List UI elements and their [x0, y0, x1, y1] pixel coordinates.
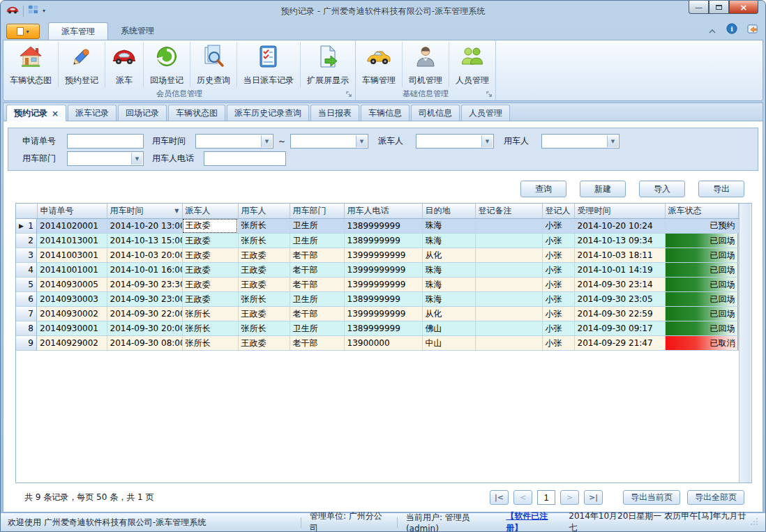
cell-remark[interactable] [475, 292, 542, 307]
about-icon[interactable] [747, 24, 759, 37]
cell-destination[interactable]: 珠海 [422, 292, 475, 307]
cell-dispatcher[interactable]: 王政委 [182, 263, 238, 278]
cell-order-no[interactable]: 20141003001 [37, 248, 107, 263]
cell-dept[interactable]: 卫生所 [290, 321, 344, 336]
cell-registrar[interactable]: 小张 [542, 321, 574, 336]
cell-use-time[interactable]: 2014-10-03 20:00 [107, 248, 182, 263]
cell-phone[interactable]: 1389999999 [344, 292, 422, 307]
resize-grip-icon[interactable] [750, 517, 758, 528]
cell-accept-time[interactable]: 2014-09-30 09:17 [574, 321, 665, 336]
doc-tab-daily-report[interactable]: 当日报表 [310, 105, 359, 121]
cell-user[interactable]: 王政委 [238, 336, 290, 351]
use-time-to-combo[interactable]: ▼ [290, 134, 368, 149]
cell-dispatcher[interactable]: 王政委 [182, 234, 238, 248]
personnel-management-button[interactable]: 人员管理 [449, 42, 495, 87]
cell-dept[interactable]: 卫生所 [290, 292, 344, 307]
cell-user[interactable]: 王政委 [238, 248, 290, 263]
cell-remark[interactable] [475, 218, 542, 234]
col-remark[interactable]: 登记备注 [475, 204, 542, 218]
sort-desc-icon[interactable]: ▼ [174, 208, 179, 214]
cell-destination[interactable]: 从化 [422, 248, 475, 263]
doc-tab-vehicle-info[interactable]: 车辆信息 [361, 105, 410, 121]
cell-order-no[interactable]: 20141001001 [37, 263, 107, 278]
col-user[interactable]: 用车人 [238, 204, 290, 218]
cell-accept-time[interactable]: 2014-09-30 23:05 [574, 292, 665, 307]
cell-user[interactable]: 张所长 [238, 292, 290, 307]
cell-destination[interactable]: 从化 [422, 307, 475, 321]
export-current-page-button[interactable]: 导出当前页 [623, 490, 680, 505]
col-phone[interactable]: 用车人电话 [344, 204, 422, 218]
cell-accept-time[interactable]: 2014-10-20 10:24 [574, 218, 665, 234]
doc-tab-reservation-records[interactable]: 预约记录 × [6, 105, 66, 121]
dialog-launcher-icon[interactable] [485, 90, 493, 98]
cell-dept[interactable]: 老干部 [290, 263, 344, 278]
table-row[interactable]: 2 20141013001 2014-10-13 15:00 王政委 张所长 卫… [16, 234, 738, 248]
cell-use-time[interactable]: 2014-09-30 20:00 [107, 321, 182, 336]
table-row[interactable]: 9 20140929002 2014-09-30 08:00 张所长 王政委 老… [16, 336, 738, 351]
cell-use-time[interactable]: 2014-10-13 15:00 [107, 234, 182, 248]
cell-dispatcher[interactable]: 王政委 [182, 292, 238, 307]
cell-dispatch-status[interactable]: 已回场 [665, 307, 738, 321]
col-registrar[interactable]: 登记人 [542, 204, 574, 218]
phone-input[interactable] [204, 151, 286, 166]
cell-destination[interactable]: 珠海 [422, 278, 475, 292]
cell-dispatcher[interactable]: 王政委 [182, 248, 238, 263]
col-dept[interactable]: 用车部门 [290, 204, 344, 218]
info-icon[interactable]: i [726, 23, 737, 37]
chevron-down-icon[interactable]: ▼ [481, 135, 493, 147]
cell-use-time[interactable]: 2014-10-20 13:00 [107, 218, 182, 234]
export-button[interactable]: 导出 [698, 181, 744, 197]
cell-registrar[interactable]: 小张 [542, 234, 574, 248]
maximize-button[interactable] [709, 1, 729, 14]
user-combo[interactable]: ▼ [541, 134, 619, 149]
cell-use-time[interactable]: 2014-10-01 16:00 [107, 263, 182, 278]
app-menu-button[interactable]: ▾ [6, 24, 40, 39]
last-page-button[interactable]: >| [584, 490, 603, 505]
cell-user[interactable]: 张所长 [238, 218, 290, 234]
cell-order-no[interactable]: 20140929002 [37, 336, 107, 351]
ribbon-tab-system[interactable]: 系统管理 [108, 22, 167, 40]
cell-phone[interactable]: 13999999999 [344, 278, 422, 292]
cell-dispatch-status[interactable]: 已回场 [665, 263, 738, 278]
first-page-button[interactable]: |< [490, 490, 509, 505]
new-button[interactable]: 新建 [580, 181, 626, 197]
cell-dispatch-status[interactable]: 已回场 [665, 321, 738, 336]
license-registered-link[interactable]: 【软件已注册】 [506, 510, 563, 532]
cell-phone[interactable]: 13999999999 [344, 248, 422, 263]
cell-registrar[interactable]: 小张 [542, 263, 574, 278]
cell-remark[interactable] [475, 263, 542, 278]
cell-registrar[interactable]: 小张 [542, 248, 574, 263]
cell-use-time[interactable]: 2014-09-30 08:00 [107, 336, 182, 351]
cell-user[interactable]: 张所长 [238, 321, 290, 336]
doc-tab-dispatch-history-query[interactable]: 派车历史记录查询 [227, 105, 309, 121]
cell-registrar[interactable]: 小张 [542, 278, 574, 292]
col-accept-time[interactable]: 受理时间 [574, 204, 665, 218]
doc-tab-dispatch-records[interactable]: 派车记录 [68, 105, 117, 121]
row-header-cell[interactable]: 3 [16, 248, 37, 263]
cell-phone[interactable]: 13999999999 [344, 307, 422, 321]
row-header-cell[interactable]: 8 [16, 321, 37, 336]
cell-phone[interactable]: 1389999999 [344, 218, 422, 234]
grid-vertical-scrollbar[interactable] [739, 204, 751, 482]
cell-order-no[interactable]: 20141013001 [37, 234, 107, 248]
history-query-button[interactable]: 历史查询 [190, 42, 236, 87]
cell-dispatch-status[interactable]: 已回场 [665, 292, 738, 307]
cell-destination[interactable]: 佛山 [422, 321, 475, 336]
cell-dispatcher[interactable]: 张所长 [182, 336, 238, 351]
vehicle-management-button[interactable]: 车辆管理 [356, 42, 402, 87]
cell-order-no[interactable]: 20140930001 [37, 321, 107, 336]
cell-order-no[interactable]: 20140930005 [37, 278, 107, 292]
chevron-down-icon[interactable]: ▼ [261, 135, 272, 147]
cell-accept-time[interactable]: 2014-10-13 09:34 [574, 234, 665, 248]
cell-dispatch-status[interactable]: 已回场 [665, 278, 738, 292]
cell-remark[interactable] [475, 336, 542, 351]
cell-registrar[interactable]: 小张 [542, 292, 574, 307]
cell-remark[interactable] [475, 307, 542, 321]
cell-registrar[interactable]: 小张 [542, 336, 574, 351]
cell-phone[interactable]: 13999999999 [344, 263, 422, 278]
export-all-pages-button[interactable]: 导出全部页 [687, 490, 744, 505]
chevron-down-icon[interactable]: ▼ [131, 153, 142, 165]
cell-dept[interactable]: 老干部 [290, 307, 344, 321]
cell-order-no[interactable]: 20140930002 [37, 307, 107, 321]
cell-dispatcher[interactable]: 张所长 [182, 321, 238, 336]
